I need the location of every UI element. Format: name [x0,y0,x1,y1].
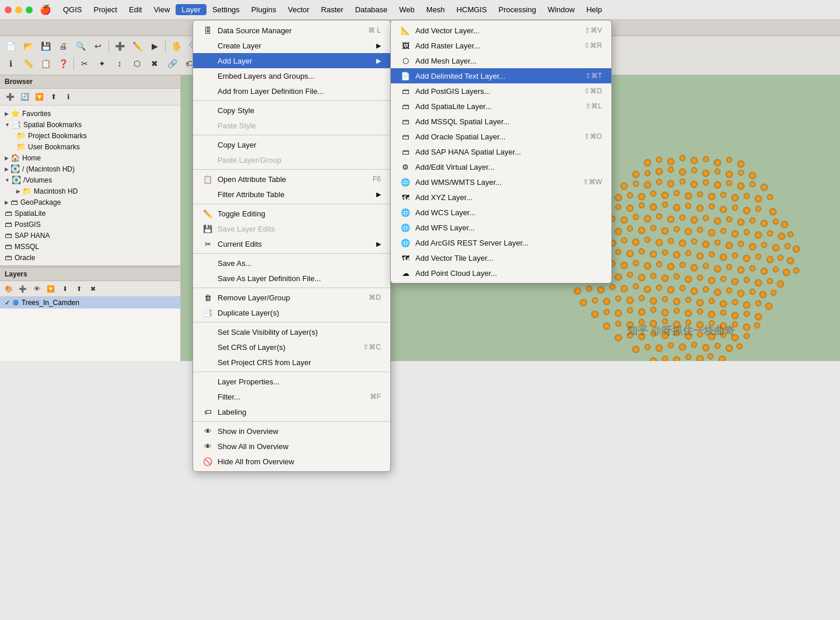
menu-window[interactable]: Window [542,4,580,15]
select-button[interactable]: ▶ [146,38,163,54]
menu-database[interactable]: Database [349,4,394,15]
add-layer-layers-button[interactable]: ➕ [16,282,29,295]
browser-item-favorites[interactable]: ▶ ⭐ Favorites [0,108,180,119]
menu-add-vector[interactable]: 📐 Add Vector Layer... ⇧⌘V [391,23,611,38]
menu-filter-attribute-table[interactable]: Filter Attribute Table ▶ [193,187,390,202]
menu-add-oracle[interactable]: 🗃 Add Oracle Spatial Layer... ⇧⌘O [391,129,611,144]
browser-refresh-button[interactable]: 🔄 [18,90,31,103]
browser-item-spatialite[interactable]: 🗃 SpatiaLite [0,208,180,219]
menu-processing[interactable]: Processing [493,4,542,15]
menu-view[interactable]: View [148,4,176,15]
delete-button[interactable]: ✖ [146,55,163,72]
close-button[interactable] [5,6,12,13]
menu-save-as[interactable]: Save As... [193,255,390,271]
browser-item-volumes[interactable]: ▼ 💽 /Volumes [0,174,180,185]
menu-add-spatialite[interactable]: 🗃 Add SpatiaLite Layer... ⇧⌘L [391,99,611,114]
menu-set-crs[interactable]: Set CRS of Layer(s) ⇧⌘C [193,339,390,355]
save-as-button[interactable]: 🖨 [55,38,71,54]
new-project-button[interactable]: 📄 [2,38,19,54]
filter-layer-button[interactable]: 🔽 [44,282,57,295]
browser-item-macintosh-hd[interactable]: ▶ 💽 / (Macintosh HD) [0,163,180,174]
browser-item-mssql[interactable]: 🗃 MSSQL [0,241,180,252]
browser-item-oracle[interactable]: 🗃 Oracle [0,252,180,263]
maximize-button[interactable] [26,6,33,13]
collapse-all-button[interactable]: ⬆ [72,282,85,295]
browser-filter-button[interactable]: 🔽 [33,90,46,103]
browser-item-spatial-bookmarks[interactable]: ▼ 📑 Spatial Bookmarks [0,119,180,130]
menu-show-overview[interactable]: 👁 Show in Overview [193,423,390,439]
menu-add-virtual[interactable]: ⚙ Add/Edit Virtual Layer... [391,159,611,174]
identify-button[interactable]: ℹ [2,55,19,72]
node-tool-button[interactable]: ⬡ [129,55,145,72]
digitize-button[interactable]: ✏️ [129,38,145,54]
menu-add-mssql[interactable]: 🗃 Add MSSQL Spatial Layer... [391,114,611,129]
menu-duplicate-layer[interactable]: 📑 Duplicate Layer(s) [193,305,390,320]
help-button[interactable]: ❓ [55,55,71,72]
menu-add-layer[interactable]: Add Layer ▶ [193,53,390,68]
menu-project[interactable]: Project [88,4,123,15]
browser-item-user-bookmarks[interactable]: 📁 User Bookmarks [0,141,180,152]
menu-hcmgis[interactable]: HCMGIS [451,4,493,15]
menu-add-raster[interactable]: 🖼 Add Raster Layer... ⇧⌘R [391,38,611,53]
menu-current-edits[interactable]: ✂ Current Edits ▶ [193,236,390,251]
menu-remove-layer[interactable]: 🗑 Remove Layer/Group ⌘D [193,290,390,305]
open-layer-styling-button[interactable]: 🎨 [2,282,15,295]
menu-qgis[interactable]: QGIS [57,4,88,15]
menu-paste-layer[interactable]: Paste Layer/Group [193,152,390,167]
browser-add-button[interactable]: ➕ [4,90,16,103]
browser-collapse-button[interactable]: ⬆ [47,90,60,103]
add-layer-button[interactable]: ➕ [111,38,128,54]
toggle-map-tips-button[interactable]: 👁 [30,282,43,295]
menu-raster[interactable]: Raster [315,4,349,15]
move-feature-button[interactable]: ↕ [111,55,128,72]
undo-button[interactable]: ↩ [90,38,106,54]
menu-save-as-def[interactable]: Save As Layer Definition File... [193,271,390,286]
measure-button[interactable]: 📏 [20,55,36,72]
menu-copy-style[interactable]: Copy Style [193,103,390,118]
menu-add-from-def[interactable]: Add from Layer Definition File... [193,83,390,99]
menu-paste-style[interactable]: Paste Style [193,118,390,133]
menu-layer[interactable]: Layer [176,4,206,15]
browser-item-geopackage[interactable]: ▶ 🗃 GeoPackage [0,197,180,208]
save-project-button[interactable]: 💾 [37,38,54,54]
expand-all-button[interactable]: ⬇ [58,282,71,295]
menu-add-sap[interactable]: 🗃 Add SAP HANA Spatial Layer... [391,144,611,159]
menu-copy-layer[interactable]: Copy Layer [193,137,390,152]
browser-item-home[interactable]: ▶ 🏠 Home [0,152,180,163]
remove-layer-layers-button[interactable]: ✖ [86,282,99,295]
menu-web[interactable]: Web [393,4,421,15]
menu-set-proj-crs[interactable]: Set Project CRS from Layer [193,355,390,370]
menu-add-wms[interactable]: 🌐 Add WMS/WMTS Layer... ⇧⌘W [391,174,611,190]
menu-mesh[interactable]: Mesh [421,4,451,15]
menu-embed-layers[interactable]: Embed Layers and Groups... [193,68,390,83]
menu-plugins[interactable]: Plugins [246,4,282,15]
menu-labeling[interactable]: 🏷 Labeling [193,404,390,419]
browser-item-project-bookmarks[interactable]: 📁 Project Bookmarks [0,130,180,141]
pan-button[interactable]: 🖐 [168,38,184,54]
menu-toggle-editing[interactable]: ✏️ Toggle Editing [193,206,390,221]
toggle-editing-button[interactable]: ✂ [76,55,93,72]
menu-vector[interactable]: Vector [282,4,316,15]
open-project-button[interactable]: 📂 [20,38,36,54]
browser-item-postgis[interactable]: 🗃 PostGIS [0,219,180,230]
menu-set-scale[interactable]: Set Scale Visibility of Layer(s) [193,324,390,339]
menu-show-all-overview[interactable]: 👁 Show All in Overview [193,439,390,454]
menu-add-delimited-text[interactable]: 📄 Add Delimited Text Layer... ⇧⌘T [391,68,611,83]
snap-button[interactable]: 🔗 [164,55,180,72]
layer-item-trees[interactable]: ✓ Trees_In_Camden [0,297,180,309]
menu-layer-properties[interactable]: Layer Properties... [193,374,390,389]
layer-check-icon[interactable]: ✓ [5,299,10,307]
apple-menu[interactable]: 🍎 [40,4,51,15]
menu-add-xyz[interactable]: 🗺 Add XYZ Layer... [391,190,611,205]
menu-filter[interactable]: Filter... ⌘F [193,389,390,404]
add-feature-button[interactable]: ✦ [94,55,110,72]
menu-add-arcgis[interactable]: 🌐 Add ArcGIS REST Server Layer... [391,235,611,250]
menu-edit[interactable]: Edit [123,4,148,15]
print-button[interactable]: 🔍 [72,38,89,54]
menu-settings[interactable]: Settings [206,4,246,15]
attributes-button[interactable]: 📋 [37,55,54,72]
browser-item-macintosh-hd-2[interactable]: ▶ 📁 Macintosh HD [0,185,180,197]
menu-data-source-manager[interactable]: 🗄 Data Source Manager ⌘ L [193,23,390,38]
menu-hide-all-overview[interactable]: 🚫 Hide All from Overview [193,454,390,469]
menu-add-wfs[interactable]: 🌐 Add WFS Layer... [391,220,611,235]
